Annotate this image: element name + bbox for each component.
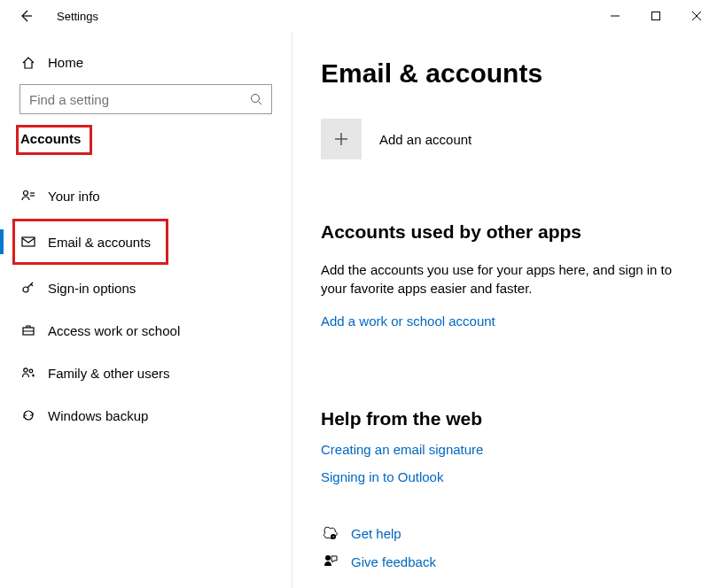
svg-rect-2 xyxy=(652,12,660,20)
page-title: Email & accounts xyxy=(321,58,689,89)
mail-icon xyxy=(19,235,37,249)
sidebar-item-windows-backup[interactable]: Windows backup xyxy=(0,396,292,435)
add-work-school-link[interactable]: Add a work or school account xyxy=(321,313,689,329)
svg-point-13 xyxy=(24,368,27,372)
window-title: Settings xyxy=(57,10,98,23)
svg-line-6 xyxy=(259,102,262,105)
help-heading: Help from the web xyxy=(321,408,689,429)
main-content: Email & accounts Add an account Accounts… xyxy=(292,32,717,588)
other-apps-heading: Accounts used by other apps xyxy=(321,221,689,243)
minimize-button[interactable] xyxy=(595,0,635,32)
search-icon xyxy=(241,93,271,105)
search-input[interactable] xyxy=(20,92,241,107)
help-link-outlook[interactable]: Signing in to Outlook xyxy=(321,469,689,484)
sidebar-item-work-school[interactable]: Access work or school xyxy=(0,311,292,350)
close-button[interactable] xyxy=(676,0,717,32)
svg-point-14 xyxy=(29,369,33,373)
key-icon xyxy=(19,281,37,295)
sidebar: Home Accounts Your info xyxy=(0,32,292,588)
back-button[interactable] xyxy=(16,9,35,23)
category-heading-highlight: Accounts xyxy=(16,125,92,155)
sidebar-item-label: Family & other users xyxy=(48,366,170,381)
other-apps-text: Add the accounts you use for your apps h… xyxy=(321,260,689,298)
sidebar-item-label: Email & accounts xyxy=(48,235,151,250)
person-icon xyxy=(19,189,37,203)
get-help-link[interactable]: ? Get help xyxy=(321,525,689,541)
home-label: Home xyxy=(48,55,83,70)
add-account-label: Add an account xyxy=(379,132,472,147)
sidebar-item-label: Your info xyxy=(48,189,100,204)
help-link-email-signature[interactable]: Creating an email signature xyxy=(321,442,689,457)
give-feedback-link[interactable]: Give feedback xyxy=(321,553,689,569)
briefcase-icon xyxy=(19,323,37,337)
add-account-tile[interactable]: Add an account xyxy=(321,119,689,159)
people-icon xyxy=(19,366,37,380)
titlebar: Settings xyxy=(0,0,717,32)
svg-point-7 xyxy=(24,191,28,196)
sidebar-item-email-accounts[interactable]: Email & accounts xyxy=(0,222,292,261)
sidebar-item-your-info[interactable]: Your info xyxy=(0,176,292,215)
help-icon: ? xyxy=(321,525,340,541)
sidebar-item-family[interactable]: Family & other users xyxy=(0,353,292,392)
home-nav[interactable]: Home xyxy=(0,50,292,75)
give-feedback-label: Give feedback xyxy=(351,554,436,569)
sync-icon xyxy=(19,408,37,422)
sidebar-item-signin-options[interactable]: Sign-in options xyxy=(0,268,292,307)
svg-point-21 xyxy=(325,555,331,561)
svg-point-5 xyxy=(252,95,260,103)
maximize-button[interactable] xyxy=(635,0,676,32)
get-help-label: Get help xyxy=(351,526,401,541)
home-icon xyxy=(19,56,37,70)
sidebar-item-label: Access work or school xyxy=(48,323,180,338)
svg-rect-10 xyxy=(22,237,35,246)
sidebar-item-label: Sign-in options xyxy=(48,281,136,296)
plus-icon xyxy=(321,119,362,159)
feedback-icon xyxy=(321,553,340,569)
sidebar-item-label: Windows backup xyxy=(48,408,148,423)
search-box[interactable] xyxy=(19,84,272,114)
category-heading: Accounts xyxy=(20,131,81,146)
